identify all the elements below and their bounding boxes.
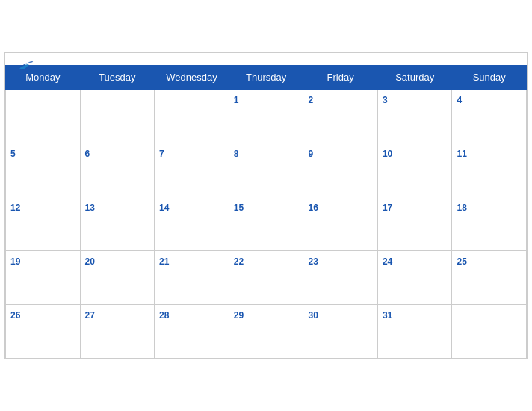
weekday-header-wednesday: Wednesday	[155, 65, 229, 89]
calendar-header	[5, 53, 527, 65]
week-row-4: 19202122232425	[6, 250, 527, 304]
calendar-cell	[155, 89, 229, 143]
weekday-header-saturday: Saturday	[377, 65, 452, 89]
day-number: 30	[308, 310, 318, 321]
calendar-cell: 9	[303, 143, 377, 197]
day-number: 29	[234, 310, 244, 321]
day-number: 13	[85, 203, 95, 213]
day-number: 22	[234, 256, 244, 267]
calendar-cell: 19	[6, 250, 81, 304]
week-row-1: 1234	[6, 89, 527, 143]
day-number: 23	[308, 256, 318, 267]
day-number: 1	[234, 95, 239, 105]
calendar-cell: 27	[80, 304, 155, 358]
calendar-cell: 26	[6, 304, 81, 358]
calendar-cell: 29	[229, 304, 303, 358]
day-number: 20	[85, 256, 95, 267]
calendar-cell: 25	[452, 250, 527, 304]
calendar-cell: 21	[155, 250, 229, 304]
day-number: 16	[308, 203, 318, 213]
calendar-cell: 14	[155, 197, 229, 250]
calendar-cell: 5	[6, 143, 81, 197]
calendar-cell: 10	[377, 143, 452, 197]
day-number: 3	[383, 95, 388, 105]
day-number: 21	[159, 256, 169, 267]
day-number: 12	[10, 203, 20, 213]
calendar-cell: 15	[229, 197, 303, 250]
day-number: 15	[234, 203, 244, 213]
calendar-cell: 18	[452, 197, 527, 250]
day-number: 24	[383, 256, 392, 267]
calendar-cell: 12	[6, 197, 81, 250]
calendar-cell: 13	[80, 197, 155, 250]
calendar-table: MondayTuesdayWednesdayThursdayFridaySatu…	[5, 65, 527, 359]
calendar-cell: 22	[229, 250, 303, 304]
day-number: 19	[10, 256, 20, 267]
day-number: 2	[308, 95, 313, 105]
day-number: 25	[457, 256, 466, 267]
day-number: 4	[457, 95, 462, 105]
calendar-cell: 17	[377, 197, 452, 250]
calendar-cell: 24	[377, 250, 452, 304]
calendar-cell: 23	[303, 250, 377, 304]
day-number: 6	[85, 149, 90, 159]
calendar-cell: 11	[452, 143, 527, 197]
calendar-cell: 20	[80, 250, 155, 304]
calendar-cell: 16	[303, 197, 377, 250]
week-row-3: 12131415161718	[6, 197, 527, 250]
day-number: 10	[383, 149, 392, 159]
calendar-cell: 28	[155, 304, 229, 358]
day-number: 7	[159, 149, 164, 159]
day-number: 27	[85, 310, 95, 321]
calendar: MondayTuesdayWednesdayThursdayFridaySatu…	[4, 52, 528, 359]
day-number: 26	[10, 310, 20, 321]
calendar-cell: 1	[229, 89, 303, 143]
weekday-header-friday: Friday	[303, 65, 377, 89]
day-number: 31	[383, 310, 392, 321]
day-number: 9	[308, 149, 313, 159]
weekday-header-tuesday: Tuesday	[80, 65, 155, 89]
day-number: 28	[159, 310, 169, 321]
calendar-cell: 4	[452, 89, 527, 143]
day-number: 5	[10, 149, 16, 159]
weekday-header-sunday: Sunday	[452, 65, 527, 89]
week-row-5: 262728293031	[6, 304, 527, 358]
day-number: 8	[234, 149, 239, 159]
calendar-cell: 3	[377, 89, 452, 143]
day-number: 11	[457, 149, 466, 159]
calendar-cell: 2	[303, 89, 377, 143]
weekday-header-row: MondayTuesdayWednesdayThursdayFridaySatu…	[6, 65, 527, 89]
logo	[17, 59, 37, 72]
day-number: 17	[383, 203, 392, 213]
calendar-cell: 8	[229, 143, 303, 197]
weekday-header-thursday: Thursday	[229, 65, 303, 89]
calendar-cell: 31	[377, 304, 452, 358]
logo-bird-icon	[17, 59, 34, 72]
week-row-2: 567891011	[6, 143, 527, 197]
calendar-cell: 30	[303, 304, 377, 358]
calendar-cell: 7	[155, 143, 229, 197]
calendar-cell	[80, 89, 155, 143]
day-number: 18	[457, 203, 466, 213]
calendar-cell	[452, 304, 527, 358]
day-number: 14	[159, 203, 169, 213]
calendar-cell	[6, 89, 81, 143]
calendar-cell: 6	[80, 143, 155, 197]
